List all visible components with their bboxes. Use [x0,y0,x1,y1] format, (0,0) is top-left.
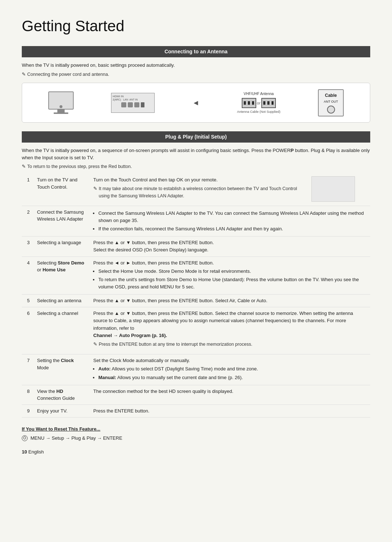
cable-note: Antenna Cable (Not Supplied) [237,110,281,115]
step-number-2: 2 [22,206,35,236]
step-desc-2: Connect the Samsung Wireless LAN Adapter… [91,206,370,236]
antenna-diagram: HDMI IN 2(ARC) LAN ANT IN ◄ VHF/UHF Ante… [22,83,370,123]
note-icon4: ✎ [93,341,97,348]
table-row: 8 View the HDConnection Guide The connec… [22,385,370,405]
step-number-1: 1 [22,174,35,206]
step-label-5: Selecting an antenna [35,295,91,307]
step-number-8: 8 [22,385,35,405]
table-row: 9 Enjoy your TV. Press the ENTERE button… [22,405,370,417]
note-icon: ✎ [22,71,26,78]
cable-label: Cable [325,92,337,99]
step-desc-6: Press the ▲ or ▼ button, then press the … [91,307,370,354]
vhf-label: VHF/UHF Antenna [244,91,274,97]
circle-icon: O [22,435,28,441]
arrow-left: ◄ [192,97,200,108]
page-title: Getting Started [22,15,370,37]
step-label-6: Selecting a channel [35,307,91,354]
antenna-intro: When the TV is initially powered on, bas… [22,62,370,69]
step-number-9: 9 [22,405,35,417]
ant-out-port [327,106,335,114]
plug-play-intro: When the TV is initially powered on, a s… [22,147,370,161]
menu-path: O MENU → Setup → Plug & Play → ENTERE [22,435,370,442]
table-row: 2 Connect the Samsung Wireless LAN Adapt… [22,206,370,236]
step-desc-7: Set the Clock Mode automatically or manu… [91,354,370,385]
tv-body-shape [48,91,74,110]
steps-table: 1 Turn on the TV and Touch Control. Turn… [22,174,370,418]
step-number-7: 7 [22,354,35,385]
antenna-note: ✎ Connecting the power cord and antenna. [22,71,370,78]
table-row: 1 Turn on the TV and Touch Control. Turn… [22,174,370,206]
table-row: 6 Selecting a channel Press the ▲ or ▼ b… [22,307,370,354]
step-label-7: Setting the ClockMode [35,354,91,385]
step-desc-3: Press the ▲ or ▼ button, then press the … [91,237,370,256]
step-label-1: Turn on the TV and Touch Control. [35,174,91,206]
step-desc-8: The connection method for the best HD sc… [91,385,370,405]
step-desc-5: Press the ▲ or ▼ button, then press the … [91,295,370,307]
step-number-5: 5 [22,295,35,307]
step6-note: ✎ Press the ENTERE button at any time to… [93,341,368,348]
page-number: 10 English [22,448,370,456]
note-icon3: ✎ [93,185,97,192]
step1-image-cell [306,174,370,206]
step1-image [311,176,355,202]
vhf-area: VHF/UHF Antenna ▐▌▐▌▐▌ or ▐▌▐▌▐▌ Antenna… [237,91,281,115]
or-text: or [257,100,261,106]
step-label-9: Enjoy your TV. [35,405,91,417]
table-row: 4 Selecting Store Demo or Home Use Press… [22,256,370,295]
step1-note: ✎ It may take about one minute to establ… [93,185,303,200]
table-row: 5 Selecting an antenna Press the ▲ or ▼ … [22,295,370,307]
step-number-6: 6 [22,307,35,354]
cable-box-area: Cable ANT OUT [318,89,344,116]
back-panel: HDMI IN 2(ARC) LAN ANT IN [111,93,155,113]
reset-title: If You Want to Reset This Feature... [22,426,370,433]
step-label-3: Selecting a language [35,237,91,256]
step-desc-1: Turn on the Touch Control and then tap O… [91,174,306,206]
reset-section: If You Want to Reset This Feature... O M… [22,426,370,442]
ant-out-label: ANT OUT [324,99,338,104]
step-number-3: 3 [22,237,35,256]
section-plug-play: Plug & Play (Initial Setup) When the TV … [22,131,370,418]
step-desc-4: Press the ◄ or ► button, then press the … [91,256,370,295]
table-row: 3 Selecting a language Press the ▲ or ▼ … [22,237,370,256]
plug-play-note: ✎ To return to the previous step, press … [22,163,370,170]
note-icon2: ✎ [22,163,26,170]
table-row: 7 Setting the ClockMode Set the Clock Mo… [22,354,370,385]
step-label-8: View the HDConnection Guide [35,385,91,405]
back-panel-diagram: HDMI IN 2(ARC) LAN ANT IN [111,93,155,113]
tv-base [54,112,68,114]
tv-stand [57,110,65,112]
section-plug-play-header: Plug & Play (Initial Setup) [22,131,370,143]
step-label-2: Connect the Samsung Wireless LAN Adapter [35,206,91,236]
tv-diagram [48,91,74,114]
step-number-4: 4 [22,256,35,295]
antenna-connectors: ▐▌▐▌▐▌ or ▐▌▐▌▐▌ [242,98,276,108]
section-antenna-header: Connecting to an Antenna [22,46,370,57]
section-antenna: Connecting to an Antenna When the TV is … [22,46,370,123]
step-desc-9: Press the ENTERE button. [91,405,370,417]
step-label-4: Selecting Store Demo or Home Use [35,256,91,295]
